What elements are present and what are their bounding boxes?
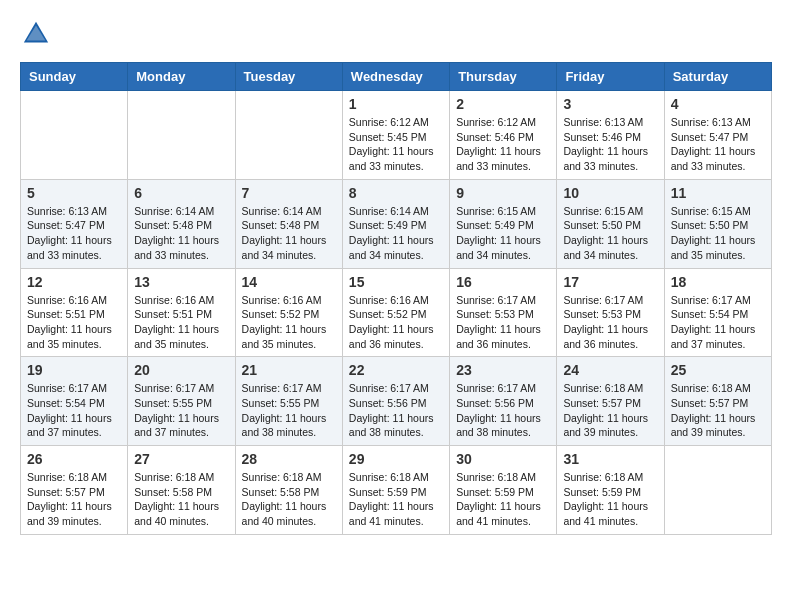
calendar-cell: 6Sunrise: 6:14 AM Sunset: 5:48 PM Daylig… [128,179,235,268]
day-info: Sunrise: 6:14 AM Sunset: 5:48 PM Dayligh… [242,204,336,263]
calendar-week-5: 26Sunrise: 6:18 AM Sunset: 5:57 PM Dayli… [21,446,772,535]
day-info: Sunrise: 6:13 AM Sunset: 5:47 PM Dayligh… [27,204,121,263]
calendar-cell: 2Sunrise: 6:12 AM Sunset: 5:46 PM Daylig… [450,91,557,180]
calendar-cell: 27Sunrise: 6:18 AM Sunset: 5:58 PM Dayli… [128,446,235,535]
calendar-cell: 10Sunrise: 6:15 AM Sunset: 5:50 PM Dayli… [557,179,664,268]
day-number: 17 [563,274,657,290]
header [20,20,772,52]
calendar-cell [128,91,235,180]
calendar-cell: 7Sunrise: 6:14 AM Sunset: 5:48 PM Daylig… [235,179,342,268]
day-info: Sunrise: 6:17 AM Sunset: 5:55 PM Dayligh… [242,381,336,440]
calendar-cell: 20Sunrise: 6:17 AM Sunset: 5:55 PM Dayli… [128,357,235,446]
day-number: 15 [349,274,443,290]
day-number: 24 [563,362,657,378]
day-number: 30 [456,451,550,467]
day-info: Sunrise: 6:17 AM Sunset: 5:56 PM Dayligh… [349,381,443,440]
day-number: 21 [242,362,336,378]
day-number: 16 [456,274,550,290]
day-of-week-header: SundayMondayTuesdayWednesdayThursdayFrid… [21,63,772,91]
calendar-cell: 9Sunrise: 6:15 AM Sunset: 5:49 PM Daylig… [450,179,557,268]
calendar-cell: 15Sunrise: 6:16 AM Sunset: 5:52 PM Dayli… [342,268,449,357]
day-number: 10 [563,185,657,201]
dow-tuesday: Tuesday [235,63,342,91]
day-info: Sunrise: 6:14 AM Sunset: 5:48 PM Dayligh… [134,204,228,263]
day-info: Sunrise: 6:18 AM Sunset: 5:58 PM Dayligh… [134,470,228,529]
calendar-cell: 26Sunrise: 6:18 AM Sunset: 5:57 PM Dayli… [21,446,128,535]
day-info: Sunrise: 6:12 AM Sunset: 5:46 PM Dayligh… [456,115,550,174]
calendar-cell: 16Sunrise: 6:17 AM Sunset: 5:53 PM Dayli… [450,268,557,357]
calendar-cell: 25Sunrise: 6:18 AM Sunset: 5:57 PM Dayli… [664,357,771,446]
calendar-cell [664,446,771,535]
day-number: 27 [134,451,228,467]
day-number: 4 [671,96,765,112]
day-number: 25 [671,362,765,378]
day-number: 6 [134,185,228,201]
day-number: 8 [349,185,443,201]
logo-icon [22,20,50,48]
day-number: 20 [134,362,228,378]
day-info: Sunrise: 6:17 AM Sunset: 5:56 PM Dayligh… [456,381,550,440]
calendar-cell: 29Sunrise: 6:18 AM Sunset: 5:59 PM Dayli… [342,446,449,535]
calendar-week-1: 1Sunrise: 6:12 AM Sunset: 5:45 PM Daylig… [21,91,772,180]
calendar-cell: 8Sunrise: 6:14 AM Sunset: 5:49 PM Daylig… [342,179,449,268]
dow-sunday: Sunday [21,63,128,91]
calendar-cell: 21Sunrise: 6:17 AM Sunset: 5:55 PM Dayli… [235,357,342,446]
calendar-cell: 1Sunrise: 6:12 AM Sunset: 5:45 PM Daylig… [342,91,449,180]
day-info: Sunrise: 6:15 AM Sunset: 5:49 PM Dayligh… [456,204,550,263]
dow-monday: Monday [128,63,235,91]
day-info: Sunrise: 6:16 AM Sunset: 5:51 PM Dayligh… [27,293,121,352]
day-number: 3 [563,96,657,112]
day-number: 23 [456,362,550,378]
calendar-cell [21,91,128,180]
calendar: SundayMondayTuesdayWednesdayThursdayFrid… [20,62,772,535]
day-info: Sunrise: 6:12 AM Sunset: 5:45 PM Dayligh… [349,115,443,174]
dow-wednesday: Wednesday [342,63,449,91]
day-info: Sunrise: 6:18 AM Sunset: 5:57 PM Dayligh… [27,470,121,529]
calendar-cell: 30Sunrise: 6:18 AM Sunset: 5:59 PM Dayli… [450,446,557,535]
calendar-cell: 19Sunrise: 6:17 AM Sunset: 5:54 PM Dayli… [21,357,128,446]
day-info: Sunrise: 6:18 AM Sunset: 5:58 PM Dayligh… [242,470,336,529]
day-number: 29 [349,451,443,467]
dow-friday: Friday [557,63,664,91]
day-number: 7 [242,185,336,201]
day-info: Sunrise: 6:16 AM Sunset: 5:52 PM Dayligh… [242,293,336,352]
day-info: Sunrise: 6:17 AM Sunset: 5:54 PM Dayligh… [27,381,121,440]
calendar-cell: 22Sunrise: 6:17 AM Sunset: 5:56 PM Dayli… [342,357,449,446]
day-number: 13 [134,274,228,290]
day-info: Sunrise: 6:16 AM Sunset: 5:52 PM Dayligh… [349,293,443,352]
day-number: 2 [456,96,550,112]
calendar-cell: 18Sunrise: 6:17 AM Sunset: 5:54 PM Dayli… [664,268,771,357]
calendar-cell: 23Sunrise: 6:17 AM Sunset: 5:56 PM Dayli… [450,357,557,446]
day-info: Sunrise: 6:18 AM Sunset: 5:59 PM Dayligh… [563,470,657,529]
day-number: 31 [563,451,657,467]
day-number: 22 [349,362,443,378]
calendar-week-4: 19Sunrise: 6:17 AM Sunset: 5:54 PM Dayli… [21,357,772,446]
day-info: Sunrise: 6:13 AM Sunset: 5:46 PM Dayligh… [563,115,657,174]
day-info: Sunrise: 6:16 AM Sunset: 5:51 PM Dayligh… [134,293,228,352]
calendar-week-3: 12Sunrise: 6:16 AM Sunset: 5:51 PM Dayli… [21,268,772,357]
calendar-cell: 11Sunrise: 6:15 AM Sunset: 5:50 PM Dayli… [664,179,771,268]
day-info: Sunrise: 6:17 AM Sunset: 5:53 PM Dayligh… [563,293,657,352]
calendar-week-2: 5Sunrise: 6:13 AM Sunset: 5:47 PM Daylig… [21,179,772,268]
calendar-cell: 14Sunrise: 6:16 AM Sunset: 5:52 PM Dayli… [235,268,342,357]
day-number: 1 [349,96,443,112]
calendar-cell [235,91,342,180]
day-number: 12 [27,274,121,290]
day-info: Sunrise: 6:15 AM Sunset: 5:50 PM Dayligh… [563,204,657,263]
calendar-cell: 28Sunrise: 6:18 AM Sunset: 5:58 PM Dayli… [235,446,342,535]
logo [20,20,54,52]
day-info: Sunrise: 6:18 AM Sunset: 5:59 PM Dayligh… [456,470,550,529]
day-info: Sunrise: 6:17 AM Sunset: 5:53 PM Dayligh… [456,293,550,352]
calendar-cell: 17Sunrise: 6:17 AM Sunset: 5:53 PM Dayli… [557,268,664,357]
day-number: 19 [27,362,121,378]
day-number: 5 [27,185,121,201]
day-number: 11 [671,185,765,201]
calendar-body: 1Sunrise: 6:12 AM Sunset: 5:45 PM Daylig… [21,91,772,535]
day-info: Sunrise: 6:17 AM Sunset: 5:54 PM Dayligh… [671,293,765,352]
calendar-cell: 24Sunrise: 6:18 AM Sunset: 5:57 PM Dayli… [557,357,664,446]
day-info: Sunrise: 6:17 AM Sunset: 5:55 PM Dayligh… [134,381,228,440]
calendar-cell: 3Sunrise: 6:13 AM Sunset: 5:46 PM Daylig… [557,91,664,180]
day-number: 14 [242,274,336,290]
dow-thursday: Thursday [450,63,557,91]
calendar-cell: 12Sunrise: 6:16 AM Sunset: 5:51 PM Dayli… [21,268,128,357]
